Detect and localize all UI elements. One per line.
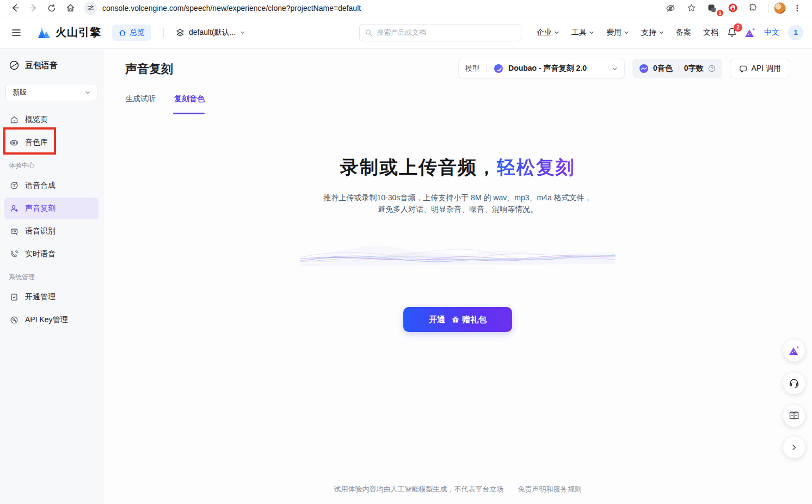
ai-assistant-float-button[interactable]: [783, 340, 805, 361]
divider: [486, 65, 487, 72]
extension-badge-icon[interactable]: 1: [703, 1, 721, 15]
usage-quota-pill[interactable]: 0音色 0字数: [632, 59, 722, 78]
search-input[interactable]: [377, 28, 515, 36]
sidebar-item-realtime[interactable]: 实时语音: [4, 243, 99, 265]
account-avatar[interactable]: 1: [788, 25, 803, 40]
volcengine-logo[interactable]: 火山引擎: [37, 25, 101, 40]
chevron-right-icon: [791, 444, 797, 451]
doubao-voice-icon: [9, 60, 20, 71]
tab-bar: 生成试听 复刻音色: [103, 90, 812, 114]
sidebar-item-overview[interactable]: 概览页: [4, 109, 99, 131]
menu-enterprise-label: 企业: [537, 28, 552, 38]
sidebar-section-system: 系统管理: [0, 266, 103, 285]
hero-desc-line2: 避免多人对话、明显杂音、噪音、混响等情况。: [103, 204, 812, 215]
menu-support[interactable]: 支持: [636, 24, 669, 41]
overview-button[interactable]: 总览: [112, 24, 151, 41]
activate-button[interactable]: 开通 赠礼包: [403, 307, 512, 332]
version-label: 新版: [13, 88, 27, 97]
key-icon: [10, 316, 19, 324]
chevron-down-icon: [240, 30, 245, 35]
topnav-menus: 企业 工具 费用 支持 备案 文档: [531, 24, 724, 41]
page-title: 声音复刻: [125, 61, 173, 77]
gift-package: 赠礼包: [452, 315, 487, 325]
footer-disclaimer: 试用体验内容均由人工智能模型生成，不代表平台立场: [334, 485, 504, 493]
bookmark-star-icon[interactable]: [682, 1, 700, 15]
sidebar-product-header[interactable]: 豆包语音: [0, 49, 103, 78]
browser-toolbar: console.volcengine.com/speech/new/experi…: [0, 0, 812, 16]
version-select[interactable]: 新版: [5, 84, 97, 101]
sidebar-item-activation[interactable]: 开通管理: [4, 286, 99, 308]
menu-enterprise[interactable]: 企业: [531, 24, 565, 41]
usage-voice-count: 0音色: [653, 64, 673, 73]
ai-assistant-nav-icon[interactable]: [743, 27, 756, 39]
menu-support-label: 支持: [641, 28, 656, 38]
sidebar-item-label: 语音合成: [25, 181, 56, 190]
api-call-button[interactable]: API 调用: [730, 59, 790, 78]
back-icon[interactable]: [5, 1, 24, 15]
model-selector[interactable]: 模型 Doubao - 声音复刻 2.0: [458, 59, 625, 78]
header-controls: 模型 Doubao - 声音复刻 2.0 0音色 0字数 API 调用: [458, 59, 790, 78]
help-icon[interactable]: [708, 65, 716, 72]
language-switcher[interactable]: 中文: [759, 24, 785, 41]
sidebar-item-label: API Key管理: [25, 315, 68, 325]
search-box[interactable]: [359, 24, 521, 41]
hero-title-accent: 轻松复刻: [497, 157, 575, 177]
divider: [678, 65, 679, 72]
home-icon: [119, 29, 126, 36]
reload-icon[interactable]: [42, 1, 61, 15]
toolbar-divider: [768, 4, 768, 13]
document-icon: [10, 293, 19, 302]
menu-icp[interactable]: 备案: [670, 24, 697, 41]
hide-eye-icon[interactable]: [661, 1, 680, 15]
tab-generate-preview[interactable]: 生成试听: [125, 94, 156, 104]
sidebar-item-label: 声音复刻: [25, 204, 56, 213]
hamburger-menu-icon[interactable]: [9, 25, 24, 40]
menu-tools-label: 工具: [571, 28, 587, 38]
sidebar-item-label: 实时语音: [25, 249, 56, 259]
docs-float-button[interactable]: [783, 405, 805, 427]
api-call-label: API 调用: [752, 64, 781, 73]
address-bar[interactable]: console.volcengine.com/speech/new/experi…: [102, 4, 661, 13]
sidebar-section-experience: 体验中心: [0, 155, 103, 174]
chevron-down-icon: [659, 30, 664, 35]
usage-char-count: 0字数: [684, 64, 704, 73]
hero-desc-line1: 推荐上传或录制10-30s音频，上传支持小于 8M 的 wav、mp3、m4a …: [103, 192, 812, 204]
voice-clone-icon: [10, 204, 19, 213]
model-label: 模型: [465, 64, 479, 73]
menu-billing[interactable]: 费用: [601, 24, 635, 41]
menu-icp-label: 备案: [676, 28, 691, 38]
asr-icon: [10, 227, 19, 236]
ai-volcano-icon: [788, 345, 801, 357]
console-topnav: 火山引擎 总览 default(默认... 企业 工具 费用 支持 备: [0, 16, 812, 49]
site-settings-icon[interactable]: [84, 2, 97, 15]
voice-library-icon: [10, 138, 19, 147]
sidebar-item-asr[interactable]: 语音识别: [4, 220, 99, 242]
sidebar-item-api-key[interactable]: API Key管理: [4, 309, 99, 331]
sidebar-item-tts[interactable]: 语音合成: [4, 175, 99, 196]
extensions-puzzle-icon[interactable]: [744, 1, 762, 15]
browser-menu-icon[interactable]: [788, 1, 807, 15]
waveform-graphic: [300, 230, 616, 282]
adblock-icon[interactable]: [723, 1, 742, 15]
api-chat-icon: [739, 65, 747, 73]
menu-tools[interactable]: 工具: [566, 24, 600, 41]
project-selector[interactable]: default(默认...: [176, 28, 245, 38]
menu-docs[interactable]: 文档: [698, 24, 724, 41]
nav-divider: [163, 28, 164, 38]
sidebar-product-label: 豆包语音: [25, 60, 58, 71]
sidebar-item-label: 概览页: [25, 115, 48, 125]
sidebar-item-voice-library[interactable]: 音色库: [4, 132, 99, 153]
support-float-button[interactable]: [783, 372, 805, 394]
browser-profile-avatar[interactable]: [774, 2, 786, 14]
footer-terms-link[interactable]: 免责声明和服务规则: [518, 485, 582, 493]
quota-icon: [639, 64, 649, 73]
hero-title: 录制或上传音频，轻松复刻: [103, 155, 812, 180]
collapse-float-button[interactable]: [783, 437, 805, 458]
forward-icon[interactable]: [24, 1, 42, 15]
home-icon[interactable]: [61, 1, 79, 15]
notifications-button[interactable]: 2: [727, 27, 737, 38]
gift-label: 赠礼包: [462, 315, 487, 325]
hero-description: 推荐上传或录制10-30s音频，上传支持小于 8M 的 wav、mp3、m4a …: [103, 192, 812, 215]
tab-clone-voice[interactable]: 复刻音色: [174, 94, 205, 104]
sidebar-item-voice-clone[interactable]: 声音复刻: [4, 198, 99, 219]
